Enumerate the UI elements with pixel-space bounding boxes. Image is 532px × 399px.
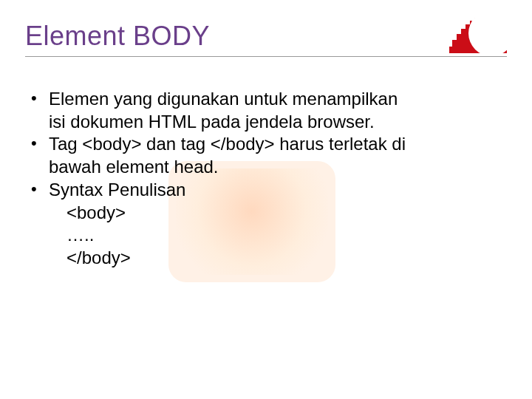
bullet-text: Tag <body> dan tag </body> harus terleta… [49,134,406,154]
bullet-text: bawah element head. [49,157,219,177]
list-item: Tag <body> dan tag </body> harus terleta… [31,133,507,178]
slide: Element BODY Elemen yang digunakan untuk… [0,0,532,399]
list-item: Elemen yang digunakan untuk menampilkan … [31,88,507,133]
slide-title: Element BODY [25,21,507,52]
bullet-list: Elemen yang digunakan untuk menampilkan … [25,88,507,270]
bullet-text: Syntax Penulisan [49,180,185,200]
logo-icon [449,15,507,55]
bullet-subtext: ….. [49,224,507,247]
list-item: Syntax Penulisan <body> ….. </body> [31,179,507,270]
bullet-subtext: </body> [49,247,507,270]
title-underline [25,56,507,57]
bullet-subtext: <body> [49,202,507,225]
bullet-text: isi dokumen HTML pada jendela browser. [49,112,375,132]
bullet-text: Elemen yang digunakan untuk menampilkan [49,89,398,109]
